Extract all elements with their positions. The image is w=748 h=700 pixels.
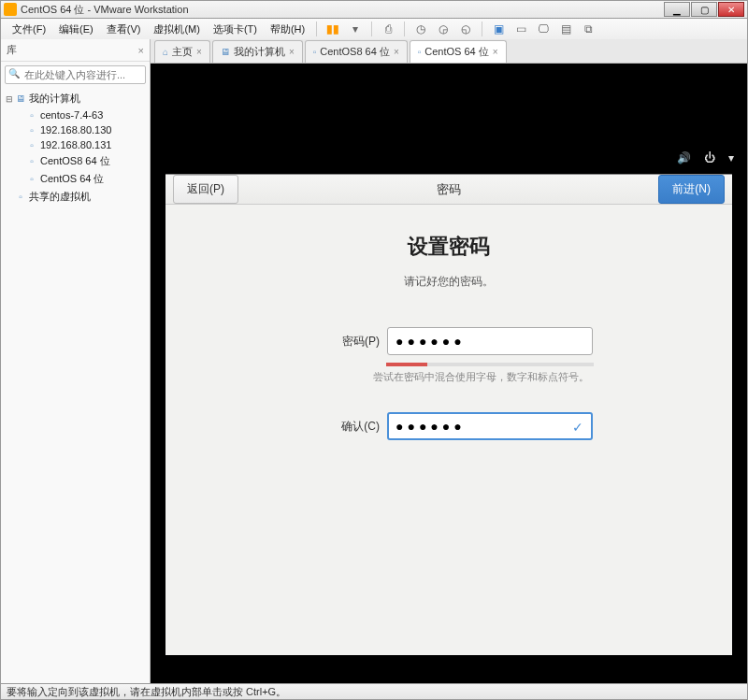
vm-top-toolbar: 🔊 ⏻ ▾ [677,151,734,164]
vm-tree: ⊟ 🖥 我的计算机 ▫centos-7.4-63 ▫192.168.80.130… [1,88,150,207]
content-area: ⌂主页× 🖥我的计算机× ▫CentOS8 64 位× ▫CentOS 64 位… [151,39,747,683]
dialog-heading: 设置密码 [408,233,490,261]
main-area: 库 × ⊟ 🖥 我的计算机 ▫centos-7.4-63 ▫192.168.80… [0,39,748,684]
window-titlebar: CentOS 64 位 - VMware Workstation ▁ ▢ ✕ [0,0,748,19]
dialog-body: 设置密码 请记好您的密码。 密码(P) 尝试在密码中混合使用字母，数字和标点符号… [165,205,732,655]
menu-file[interactable]: 文件(F) [7,21,51,38]
password-strength-fill [386,363,427,366]
status-bar: 要将输入定向到该虚拟机，请在虚拟机内部单击或按 Ctrl+G。 [0,684,748,700]
tree-item-label: CentOS8 64 位 [40,154,110,168]
snapshot-icon[interactable]: ◷ [413,21,428,36]
tree-root-mycomputer[interactable]: ⊟ 🖥 我的计算机 [5,90,146,107]
password-hint: 尝试在密码中混合使用字母，数字和标点符号。 [373,370,607,384]
menu-view[interactable]: 查看(V) [101,21,147,38]
confirm-input[interactable] [387,412,593,440]
menu-edit[interactable]: 编辑(E) [53,21,99,38]
dropdown-icon[interactable]: ▾ [348,21,363,36]
separator [404,21,405,36]
tab-label: CentOS8 64 位 [320,45,390,59]
sidebar-heading: 库 × [1,39,150,62]
vm-display[interactable]: 🔊 ⏻ ▾ 返回(P) 密码 前进(N) 设置密码 请记好您的密码。 密码(P) [151,64,747,683]
search-input[interactable] [5,65,146,84]
tab-home[interactable]: ⌂主页× [154,40,210,63]
menu-help[interactable]: 帮助(H) [265,21,310,38]
sound-icon[interactable]: 🔊 [677,151,691,164]
vm-icon: ▫ [25,110,38,121]
tree-item[interactable]: ▫CentOS8 64 位 [5,152,146,170]
password-setup-dialog: 返回(P) 密码 前进(N) 设置密码 请记好您的密码。 密码(P) [165,174,732,655]
close-button[interactable]: ✕ [718,2,744,17]
tab-mycomputer[interactable]: 🖥我的计算机× [212,40,303,63]
separator [482,21,482,36]
home-icon: ⌂ [163,47,168,57]
password-label: 密码(P) [305,334,380,350]
tree-item[interactable]: ▫192.168.80.131 [5,137,146,152]
tree-item[interactable]: ▫CentOS 64 位 [5,170,146,188]
tab-label: 主页 [172,45,193,59]
window-title: CentOS 64 位 - VMware Workstation [21,3,663,17]
tree-item-label: 192.168.80.131 [40,139,111,150]
check-icon: ✓ [572,420,583,435]
vm-icon: ▫ [25,156,38,166]
app-icon [4,3,17,16]
separator [371,21,372,36]
status-text: 要将输入定向到该虚拟机，请在虚拟机内部单击或按 Ctrl+G。 [7,685,286,699]
close-icon[interactable]: × [394,47,399,57]
dialog-title: 密码 [437,181,461,198]
power-icon[interactable]: ⏻ [704,151,715,164]
snapshot-manager-icon[interactable]: ◶ [436,21,451,36]
pc-icon: 🖥 [221,47,230,57]
confirm-label: 确认(C) [305,419,380,435]
sidebar: 库 × ⊟ 🖥 我的计算机 ▫centos-7.4-63 ▫192.168.80… [1,39,151,683]
tab-centos8[interactable]: ▫CentOS8 64 位× [305,40,408,63]
tree-shared[interactable]: ▫ 共享的虚拟机 [5,188,146,206]
tree-item-label: 192.168.80.130 [40,124,111,136]
thumbnail-icon[interactable]: ▤ [558,21,573,36]
fullscreen-icon[interactable]: ▣ [491,21,506,36]
computer-icon: 🖥 [14,93,27,104]
separator [316,21,317,36]
revert-icon[interactable]: ◵ [458,21,473,36]
tab-centos[interactable]: ▫CentOS 64 位× [410,40,507,63]
menu-vm[interactable]: 虚拟机(M) [148,21,206,38]
tree-item-label: CentOS 64 位 [40,172,104,186]
tree-item[interactable]: ▫192.168.80.130 [5,122,146,137]
menu-bar: 文件(F) 编辑(E) 查看(V) 虚拟机(M) 选项卡(T) 帮助(H) ▮▮… [0,19,748,39]
close-icon[interactable]: × [289,47,295,57]
next-button[interactable]: 前进(N) [658,175,725,204]
tree-item-label: centos-7.4-63 [40,109,103,121]
close-icon[interactable]: × [196,47,202,57]
maximize-button[interactable]: ▢ [691,2,717,17]
password-row: 密码(P) [305,327,593,355]
screen-icon[interactable]: ⧉ [581,21,596,36]
password-strength-bar [386,363,594,366]
dialog-header: 返回(P) 密码 前进(N) [165,175,732,205]
pause-icon[interactable]: ▮▮ [325,21,340,36]
tab-label: CentOS 64 位 [424,45,488,59]
console-icon[interactable]: 🖵 [536,21,551,36]
sidebar-search [1,62,150,88]
close-icon[interactable]: × [493,47,498,57]
back-button[interactable]: 返回(P) [173,175,238,204]
tab-label: 我的计算机 [234,45,285,59]
tab-bar: ⌂主页× 🖥我的计算机× ▫CentOS8 64 位× ▫CentOS 64 位… [151,39,747,64]
close-panel-icon[interactable]: × [138,45,144,56]
chevron-down-icon[interactable]: ▾ [728,151,734,164]
vm-icon: ▫ [25,125,38,136]
collapse-icon[interactable]: ⊟ [5,94,14,104]
vm-icon: ▫ [418,47,422,57]
tree-shared-label: 共享的虚拟机 [29,190,91,204]
password-input[interactable] [387,327,593,355]
tree-root-label: 我的计算机 [29,92,80,106]
tree-item[interactable]: ▫centos-7.4-63 [5,107,146,122]
shared-icon: ▫ [14,192,27,202]
send-keys-icon[interactable]: ⎙ [381,21,396,36]
sidebar-heading-label: 库 [7,43,17,57]
vm-icon: ▫ [25,140,38,150]
minimize-button[interactable]: ▁ [664,2,690,17]
confirm-row: 确认(C) ✓ [305,412,593,440]
menu-tabs[interactable]: 选项卡(T) [208,21,263,38]
vm-icon: ▫ [25,174,38,184]
unity-icon[interactable]: ▭ [513,21,528,36]
vm-icon: ▫ [313,47,317,57]
